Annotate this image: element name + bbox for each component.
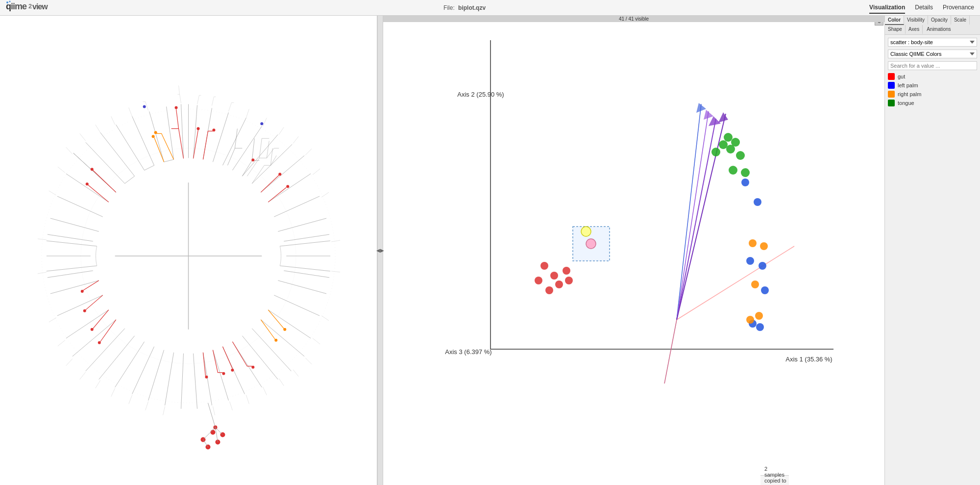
- right-panel: Color Visibility Opacity Scale Shape Axe…: [884, 16, 980, 485]
- svg-line-43: [664, 320, 677, 383]
- svg-point-73: [724, 133, 733, 142]
- svg-point-54: [545, 286, 553, 294]
- svg-text:iime: iime: [11, 1, 27, 11]
- svg-point-58: [741, 179, 749, 186]
- gut-label: gut: [898, 74, 905, 79]
- svg-point-64: [756, 323, 764, 331]
- svg-point-59: [754, 198, 761, 206]
- svg-point-5: [9, 1, 11, 2]
- nav-tabs: Visualization Details Provenance: [869, 2, 974, 14]
- file-info: File: biplot.qzv: [443, 4, 486, 11]
- svg-point-22: [286, 185, 289, 188]
- svg-point-65: [749, 239, 757, 247]
- svg-point-68: [746, 316, 754, 324]
- svg-point-66: [760, 242, 768, 250]
- svg-point-18: [98, 341, 101, 344]
- tab-visibility[interactable]: Visibility: [904, 16, 928, 25]
- svg-point-10: [212, 128, 215, 131]
- legend-item-gut: gut: [888, 73, 977, 80]
- tab-opacity[interactable]: Opacity: [928, 16, 951, 25]
- right-palm-label: right palm: [898, 91, 921, 97]
- svg-point-51: [540, 262, 548, 270]
- svg-point-67: [751, 281, 759, 288]
- svg-point-11: [91, 168, 94, 171]
- legend-item-tongue: tongue: [888, 100, 977, 106]
- svg-point-71: [719, 140, 728, 149]
- axis2-label: Axis 2 (25.90 %): [457, 91, 504, 98]
- svg-point-16: [222, 372, 225, 375]
- svg-point-30: [210, 430, 215, 435]
- svg-point-8: [175, 106, 178, 109]
- search-row: [888, 61, 977, 70]
- svg-text:2: 2: [28, 2, 32, 10]
- svg-marker-47: [718, 112, 728, 123]
- svg-point-62: [761, 286, 769, 294]
- svg-point-17: [205, 376, 208, 379]
- tab-axes[interactable]: Axes: [906, 25, 923, 34]
- tab-details[interactable]: Details: [915, 2, 933, 14]
- svg-text:view: view: [32, 2, 48, 11]
- tab-animations[interactable]: Animations: [923, 25, 955, 34]
- svg-point-53: [565, 277, 573, 284]
- status-bar: 2 samples copied to your clipboard.: [760, 475, 789, 485]
- tab-shape[interactable]: Shape: [885, 25, 906, 34]
- svg-point-21: [81, 290, 84, 293]
- svg-point-55: [535, 277, 542, 284]
- svg-line-40: [677, 111, 709, 320]
- svg-point-27: [274, 339, 277, 342]
- tab-visualization[interactable]: Visualization: [869, 2, 905, 14]
- scatter-select[interactable]: scatter : body-site: [888, 38, 977, 47]
- svg-point-25: [152, 135, 155, 138]
- svg-point-15: [251, 366, 254, 369]
- svg-point-19: [91, 328, 94, 331]
- scatter-selector-row: scatter : body-site: [888, 38, 977, 47]
- legend-item-right-palm: right palm: [888, 91, 977, 98]
- svg-point-75: [736, 151, 745, 160]
- file-name: biplot.qzv: [458, 4, 486, 11]
- main-content: ◀▶ 41 / 41 visible ⚙ Axis 2 (25.90 %) Ax…: [0, 16, 980, 485]
- svg-point-57: [586, 239, 596, 249]
- legend-item-left-palm: left palm: [888, 82, 977, 89]
- svg-point-77: [729, 166, 737, 175]
- svg-point-4: [6, 1, 8, 3]
- svg-marker-44: [709, 116, 721, 126]
- svg-point-69: [755, 312, 763, 320]
- svg-line-42: [677, 114, 726, 320]
- color-scheme-select[interactable]: Classic QIIME Colors: [888, 50, 977, 58]
- left-palm-label: left palm: [898, 82, 918, 88]
- svg-point-70: [711, 148, 720, 156]
- svg-point-50: [563, 267, 570, 275]
- control-tabs: Color Visibility Opacity Scale Shape Axe…: [885, 16, 980, 35]
- tongue-swatch: [888, 100, 895, 106]
- svg-line-41: [677, 246, 794, 320]
- gut-swatch: [888, 73, 895, 80]
- app-logo: q iime 2 view: [6, 0, 60, 15]
- scatter-svg[interactable]: Axis 2 (25.90 %) Axis 3 (6.397 %) Axis 1…: [383, 16, 884, 485]
- svg-point-74: [731, 138, 740, 147]
- svg-point-49: [550, 272, 558, 280]
- svg-point-26: [283, 328, 286, 331]
- splitter-arrow: ◀▶: [376, 248, 384, 253]
- svg-point-61: [759, 262, 766, 270]
- panel-splitter[interactable]: ◀▶: [377, 16, 383, 485]
- svg-point-56: [581, 227, 591, 236]
- svg-point-24: [154, 131, 157, 134]
- scatter-panel: 41 / 41 visible ⚙ Axis 2 (25.90 %) Axis …: [383, 16, 884, 485]
- value-search-input[interactable]: [888, 61, 977, 70]
- tab-scale[interactable]: Scale: [951, 16, 970, 25]
- svg-point-23: [278, 173, 281, 176]
- svg-point-29: [260, 122, 263, 125]
- tab-color[interactable]: Color: [885, 16, 904, 25]
- visible-count-badge: 41 / 41 visible: [383, 16, 884, 22]
- svg-point-28: [143, 105, 146, 108]
- svg-point-13: [251, 158, 254, 161]
- panel-content: scatter : body-site Classic QIIME Colors…: [885, 35, 980, 485]
- axis1-label: Axis 1 (35.36 %): [785, 356, 832, 363]
- svg-point-76: [741, 168, 750, 177]
- svg-point-12: [86, 182, 89, 185]
- color-scheme-row: Classic QIIME Colors: [888, 50, 977, 58]
- tab-provenance[interactable]: Provenance: [943, 2, 974, 14]
- svg-point-14: [231, 369, 234, 372]
- tree-svg: [0, 16, 377, 485]
- svg-point-9: [196, 127, 199, 130]
